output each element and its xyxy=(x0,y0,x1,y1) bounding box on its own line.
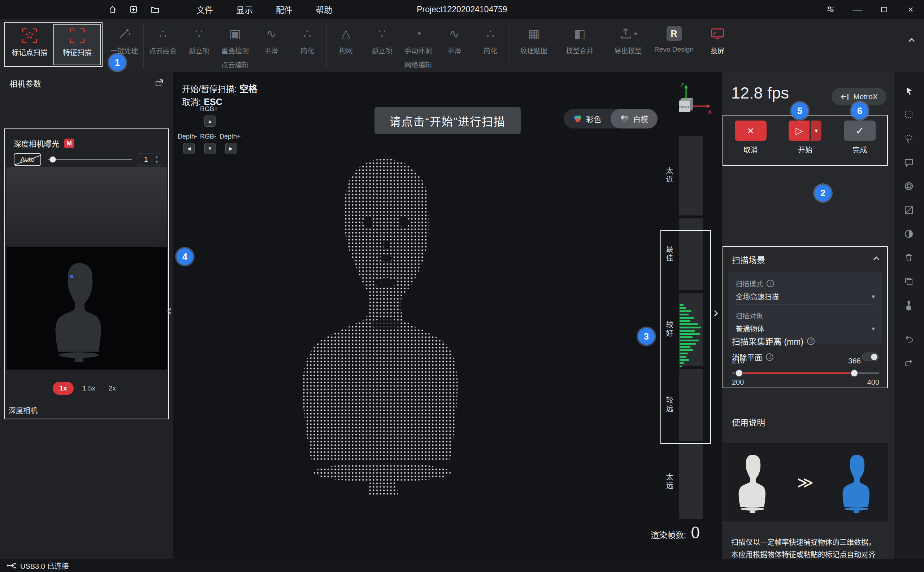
info-icon[interactable]: i xyxy=(767,280,774,287)
remove-plane-toggle[interactable] xyxy=(862,353,879,361)
overlap-detect-button[interactable]: ▣重叠检测 xyxy=(217,22,253,55)
start-dropdown-button[interactable]: ▾ xyxy=(810,121,821,141)
axis-gizmo[interactable]: FRONT Z X xyxy=(673,80,714,124)
new-project-icon[interactable] xyxy=(129,5,138,14)
check-icon: ✓ xyxy=(856,125,864,137)
one-click-process-button[interactable]: 一键处理 xyxy=(106,22,142,55)
mesh-smooth-button[interactable]: ∿平滑 xyxy=(436,22,472,55)
preview-zoom-row: 1x 1.5x 2x xyxy=(5,382,168,395)
texture-map-button[interactable]: ▦纹理贴图 xyxy=(511,22,557,55)
minimize-button[interactable]: — xyxy=(844,0,871,19)
redo-arrow-icon xyxy=(904,358,914,368)
exposure-slider-handle[interactable] xyxy=(50,157,56,163)
export-model-button[interactable]: ▾ 导出模型 xyxy=(605,22,651,55)
axis-x-label: X xyxy=(708,109,712,115)
scan-actions-box: × 取消 ▷ ▾ 开始 ✓ 完成 xyxy=(723,115,888,166)
screen-cast-button[interactable]: 投屏 xyxy=(700,22,735,55)
info-icon[interactable]: i xyxy=(807,337,815,345)
spinner-down-icon[interactable]: ▼ xyxy=(155,160,159,165)
exposure-value-input[interactable]: 1 ▲▼ xyxy=(139,153,161,166)
pointer-tool-button[interactable] xyxy=(902,84,916,98)
distance-title: 扫描采集距离 (mm) i xyxy=(732,335,815,347)
mesh-simplify-button[interactable]: ∴简化 xyxy=(472,22,508,55)
maximize-button[interactable] xyxy=(871,0,897,19)
model-view-button[interactable] xyxy=(902,298,916,312)
model-merge-button[interactable]: ◧模型合并 xyxy=(557,22,603,55)
marker-scan-icon xyxy=(21,27,38,44)
distance-handle-max[interactable] xyxy=(851,370,857,376)
popout-panel-icon[interactable] xyxy=(154,78,164,88)
pointcloud-isolated-button[interactable]: ∵孤立项 xyxy=(181,22,217,55)
comment-tool-button[interactable] xyxy=(902,155,916,169)
menu-help[interactable]: 帮助 xyxy=(304,3,344,16)
scan-mode-select[interactable]: 全场高速扫描 ▾ xyxy=(735,288,875,305)
toggle-knob xyxy=(871,354,877,360)
rgb-plus-button[interactable]: ▲ xyxy=(204,115,215,127)
rgb-minus-button[interactable]: ▼ xyxy=(204,143,215,154)
start-button[interactable]: ▷ xyxy=(788,121,810,141)
zoom-1x-button[interactable]: 1x xyxy=(53,382,74,395)
menu-accessories[interactable]: 配件 xyxy=(264,3,304,16)
marker-scan-button[interactable]: 标记点扫描 xyxy=(6,25,53,65)
revo-design-button[interactable]: R Revo Design xyxy=(651,22,697,53)
zoom-2x-button[interactable]: 2x xyxy=(104,382,121,395)
rect-select-button[interactable] xyxy=(902,107,916,122)
split-view-button[interactable] xyxy=(902,203,916,217)
distance-range-fill xyxy=(739,372,854,374)
menu-file[interactable]: 文件 xyxy=(185,3,224,16)
fill-holes-button[interactable]: ◔手动补洞 xyxy=(400,22,436,55)
distance-handle-min[interactable] xyxy=(736,370,742,376)
info-icon[interactable]: i xyxy=(766,353,773,361)
duplicate-button[interactable] xyxy=(902,274,916,289)
finish-button[interactable]: ✓ xyxy=(844,121,876,141)
depth-plus-button[interactable]: ▶ xyxy=(225,143,237,154)
spinner-up-icon[interactable]: ▲ xyxy=(155,154,159,160)
pointcloud-simplify-button[interactable]: ∴简化 xyxy=(289,22,325,55)
distance-range-min: 200 xyxy=(732,378,744,387)
camera-parameters-panel: 相机参数 深度相机曝光 M Auto 1 ▲▼ 1x 1.5x 2x 深度 xyxy=(0,72,173,559)
color-mode-button[interactable]: 彩色 xyxy=(564,109,611,129)
pointer-icon xyxy=(904,86,914,96)
exposure-slider[interactable] xyxy=(48,159,132,160)
pointcloud-fusion-button[interactable]: ∴点云融合 xyxy=(145,22,181,55)
step-badge-5: 5 xyxy=(792,103,808,119)
redo-button[interactable] xyxy=(902,356,916,370)
preferences-button[interactable] xyxy=(817,0,844,19)
distance-range-slider[interactable] xyxy=(732,370,879,377)
zoom-1-5x-button[interactable]: 1.5x xyxy=(79,382,99,395)
guide-illustration: ≫ xyxy=(723,443,888,521)
mesh-build-button[interactable]: △构网 xyxy=(328,22,364,55)
value-spinner[interactable]: ▲▼ xyxy=(155,154,159,165)
menu-display[interactable]: 显示 xyxy=(224,3,264,16)
close-button[interactable]: × xyxy=(897,0,924,19)
expand-right-panel-icon[interactable] xyxy=(712,310,718,317)
lasso-select-button[interactable] xyxy=(902,131,916,146)
home-icon[interactable] xyxy=(108,5,117,14)
adjust-image-button[interactable] xyxy=(902,227,916,241)
manual-mode-badge[interactable]: M xyxy=(64,138,74,148)
sphere-view-button[interactable] xyxy=(902,179,916,193)
mesh-isolated-button[interactable]: ∵孤立项 xyxy=(364,22,400,55)
feature-scan-button[interactable]: 特征扫描 xyxy=(54,25,100,65)
depth-minus-button[interactable]: ◀ xyxy=(184,143,195,154)
collapse-section-icon[interactable] xyxy=(873,256,880,263)
merge-squares-icon: ◧ xyxy=(574,24,585,43)
status-bar: USB3.0 已连接 xyxy=(0,559,924,572)
double-chevron-icon: ≫ xyxy=(797,473,813,491)
pointcloud-smooth-button[interactable]: ∿平滑 xyxy=(253,22,289,55)
undo-button[interactable] xyxy=(902,332,916,347)
open-folder-icon[interactable] xyxy=(150,5,160,14)
depth-exposure-label: 深度相机曝光 xyxy=(14,138,59,149)
cancel-button[interactable]: × xyxy=(735,121,767,141)
simplify-dots-icon: ∴ xyxy=(303,24,311,43)
white-model-button[interactable]: 白模 xyxy=(611,109,658,129)
scan-viewport[interactable]: 开始/暂停扫描:空格 取消:ESC RGB+ ▲ Depth- RGB- Dep… xyxy=(173,72,722,559)
scan-scene-title: 扫描场景 xyxy=(732,253,765,266)
delete-button[interactable] xyxy=(902,250,916,265)
scan-object-label: 扫描对象 xyxy=(735,311,763,320)
pointcloud-bust[interactable] xyxy=(286,137,488,499)
color-dots-icon xyxy=(573,114,583,123)
marker-scan-label: 标记点扫描 xyxy=(12,47,48,58)
auto-exposure-button[interactable]: Auto xyxy=(14,153,41,166)
collapse-ribbon-icon[interactable] xyxy=(909,38,915,44)
